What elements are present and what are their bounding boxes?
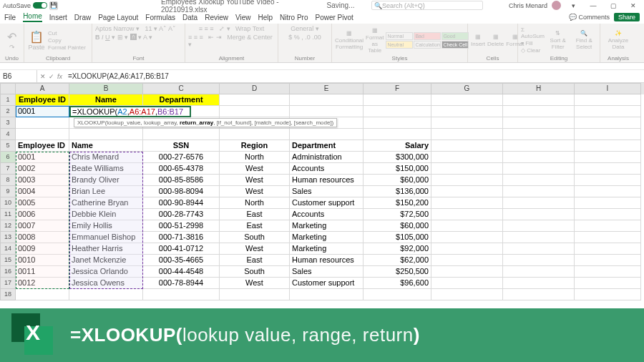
cell[interactable] [431, 255, 503, 266]
cell[interactable] [220, 129, 290, 140]
cell[interactable] [16, 117, 69, 129]
cell[interactable]: Human resources [290, 255, 364, 266]
cell[interactable] [431, 243, 503, 255]
cell[interactable]: Sales [290, 266, 364, 278]
minimize-button[interactable]: — [585, 1, 601, 10]
cut-button[interactable]: Cut [48, 30, 86, 36]
cell[interactable] [575, 232, 641, 243]
cell[interactable] [431, 289, 503, 300]
cell[interactable] [503, 232, 575, 243]
comments-button[interactable]: 💬 Comments [569, 14, 610, 21]
cell[interactable] [431, 129, 503, 140]
cell[interactable] [503, 175, 575, 186]
cell[interactable] [431, 186, 503, 197]
cell[interactable] [69, 129, 143, 140]
close-button[interactable]: ✕ [625, 1, 641, 10]
cell[interactable]: 000-35-4665 [143, 255, 220, 266]
row-header[interactable]: 3 [0, 117, 16, 129]
styles-group[interactable]: ▦Conditional Formatting ▦Format as Table… [335, 25, 464, 55]
row-header[interactable]: 12 [0, 220, 16, 232]
cell[interactable]: Sales [290, 186, 364, 197]
undo-button[interactable]: ↶↷ [3, 30, 21, 51]
format-painter-button[interactable]: Format Painter [48, 44, 86, 51]
cell[interactable] [575, 94, 641, 106]
cell[interactable]: Customer support [290, 197, 364, 209]
col-header[interactable]: A [16, 83, 69, 94]
cell[interactable] [364, 289, 431, 300]
cell[interactable]: Employee ID [16, 94, 69, 106]
row-header[interactable]: 1 [0, 94, 16, 106]
cell[interactable]: 000-71-3816 [143, 232, 220, 243]
cell[interactable] [503, 197, 575, 209]
cell[interactable] [575, 220, 641, 232]
cell[interactable]: $60,000 [364, 175, 431, 186]
tab-file[interactable]: File [4, 14, 16, 21]
cell[interactable]: East [220, 209, 290, 220]
cell[interactable] [16, 289, 69, 300]
cell[interactable] [503, 94, 575, 106]
row-header[interactable]: 10 [0, 197, 16, 209]
row-header[interactable]: 15 [0, 255, 16, 266]
alignment-group[interactable]: ≡ ≡ ≡ ⤢ ▾ Wrap Text ≡ ≡ ≡ ⇤ ⇥ Merge & Ce… [188, 25, 275, 55]
cell[interactable]: Name [69, 140, 143, 152]
cell[interactable] [575, 209, 641, 220]
cell[interactable]: 000-44-4548 [143, 266, 220, 278]
cell[interactable]: 000-28-7743 [143, 209, 220, 220]
cell[interactable] [575, 255, 641, 266]
col-header[interactable]: F [364, 83, 431, 94]
cell[interactable]: Administration [290, 152, 364, 163]
col-header[interactable]: D [220, 83, 290, 94]
copy-button[interactable]: Copy [48, 37, 86, 44]
cell[interactable]: Department [143, 94, 220, 106]
tab-powerpivot[interactable]: Power Pivot [315, 14, 353, 21]
row-header[interactable]: 13 [0, 232, 16, 243]
cell[interactable] [503, 129, 575, 140]
cell[interactable] [290, 129, 364, 140]
tab-review[interactable]: Review [205, 14, 228, 21]
row-header[interactable]: 5 [0, 140, 16, 152]
cell[interactable]: 000-41-0712 [143, 243, 220, 255]
cell[interactable] [431, 209, 503, 220]
cell[interactable]: Employee ID [16, 140, 69, 152]
cell[interactable] [431, 278, 503, 289]
cell[interactable]: $250,500 [364, 266, 431, 278]
font-group[interactable]: Aptos Narrow ▾ 11 ▾ A˄ A˅ B I U ▾ ⊞ ▾ 🅰 … [95, 25, 182, 55]
cell[interactable]: $105,000 [364, 232, 431, 243]
cell[interactable]: South [220, 232, 290, 243]
cell[interactable]: West [220, 243, 290, 255]
cell[interactable]: $150,200 [364, 197, 431, 209]
search-input[interactable]: 🔍Search (Alt+Q) [371, 1, 483, 10]
save-icon[interactable]: 💾 [49, 1, 58, 10]
toggle-on-icon[interactable] [33, 2, 47, 9]
row-header[interactable]: 17 [0, 278, 16, 289]
col-header[interactable]: C [143, 83, 220, 94]
cell[interactable] [431, 106, 503, 117]
col-header[interactable]: B [69, 83, 143, 94]
tab-home[interactable]: Home [23, 12, 42, 22]
row-header[interactable]: 2 [0, 106, 16, 117]
tab-view[interactable]: View [235, 14, 251, 21]
col-header[interactable]: H [503, 83, 575, 94]
cell[interactable]: $62,000 [364, 255, 431, 266]
cell[interactable]: 000-65-4378 [143, 163, 220, 175]
cell[interactable]: Department [290, 140, 364, 152]
cell[interactable]: Customer support [290, 278, 364, 289]
tab-nitro[interactable]: Nitro Pro [280, 14, 308, 21]
cell[interactable] [503, 117, 575, 129]
row-header[interactable]: 18 [0, 289, 16, 300]
cell[interactable]: West [220, 186, 290, 197]
spreadsheet-grid[interactable]: A B C D E F G H I 1Employee IDNameDepart… [0, 83, 644, 300]
cell[interactable]: $60,000 [364, 220, 431, 232]
cell[interactable] [575, 175, 641, 186]
user-name[interactable]: Chris Menard [509, 2, 547, 9]
cell[interactable]: $92,000 [364, 243, 431, 255]
cell[interactable] [503, 255, 575, 266]
cell[interactable] [575, 117, 641, 129]
cell[interactable]: Accounts [290, 209, 364, 220]
cell[interactable] [364, 129, 431, 140]
tab-data[interactable]: Data [182, 14, 197, 21]
cell[interactable] [364, 106, 431, 117]
formula-bar[interactable]: =XLOOKUP(A2,A6:A17,B6:B17 [65, 72, 644, 80]
cell[interactable]: South [220, 266, 290, 278]
cell[interactable]: $136,000 [364, 186, 431, 197]
